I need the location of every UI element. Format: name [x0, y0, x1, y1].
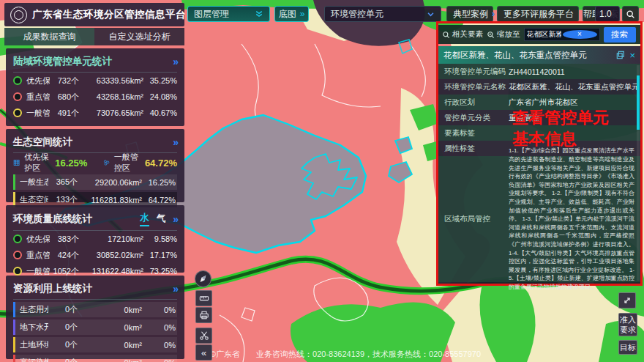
unit-detail-panel: 花都区新雅、花山、花东重点管控单元 × 环境管控单元编码ZH4401142001…: [438, 46, 640, 284]
detail-fields: 环境管控单元编码ZH44011420011 环境管控单元名称花都区新雅、花山、花…: [438, 64, 640, 282]
panel-resource-use: 资源利用上线统计 » 生态用水补给区管控分区 0个0km²0% 地下水开采重点管…: [6, 276, 184, 359]
right-arrow-icon: ›: [492, 9, 495, 19]
detail-panel-header: 花都区新雅、花山、花东重点管控单元 ×: [438, 46, 640, 64]
panel-eco-space: 生态空间统计 » 优先保护区 16.25% 一般管控区 64.72% 一般生态空…: [6, 129, 184, 202]
tab-air[interactable]: 气: [157, 213, 166, 226]
panel-title: 陆域环境管控单元统计: [13, 55, 112, 68]
table-row: 优先保护区 383个17210km²9.58%: [13, 231, 177, 247]
chevron-down-icon: [427, 10, 435, 18]
layer-manager-dropdown[interactable]: 图层管理: [187, 6, 270, 22]
general-dot-icon: [13, 267, 22, 276]
table-row: 优先保护单元 732个63339.56km²35.25%: [13, 73, 177, 89]
zoom-to-button[interactable]: 缩放至: [487, 29, 520, 40]
compass-needle-icon: [198, 273, 209, 284]
tab-water[interactable]: 水: [140, 212, 149, 226]
table-row: 高污染燃料禁燃区 0个0km²0%: [13, 355, 177, 362]
general-dot-icon: [13, 108, 22, 117]
related-elements-button[interactable]: 相关要素: [442, 29, 483, 40]
panel-title: 生态空间统计: [13, 136, 72, 149]
unit-search-bar: 相关要素 缩放至 花都区新雅、花山、花东重 × 搜索: [438, 25, 640, 44]
panel-land-control-units: 陆域环境管控单元统计 » 优先保护单元 732个63339.56km²35.25…: [6, 48, 184, 126]
table-row: 重点管控区 424个30852.02km²17.17%: [13, 247, 177, 263]
table-row: 土地环境重点管控分区 0个0km²0%: [13, 337, 177, 352]
global-search-button[interactable]: [622, 6, 639, 22]
typical-case-button[interactable]: 典型案例 ›: [446, 6, 493, 22]
platform-logo-icon: [10, 7, 27, 23]
scrollbar-thumb[interactable]: [637, 75, 640, 130]
eco-space-summary: 优先保护区 16.25% 一般管控区 64.72%: [13, 153, 177, 172]
priority-dot-icon: [13, 76, 22, 85]
measure-button[interactable]: [195, 290, 212, 306]
row-color-bar: [13, 337, 15, 352]
panel-expand-icon[interactable]: »: [173, 283, 177, 295]
unit-type-dropdown[interactable]: 环境管控单元: [324, 6, 441, 22]
tab-results-query[interactable]: 成果数据查询: [4, 28, 94, 45]
panel-env-quality: 环境质量底线统计 水 气 » 优先保护区 383个17210km²9.58% 重…: [6, 205, 184, 273]
target-button[interactable]: 目标: [618, 340, 637, 355]
clip-button[interactable]: [195, 328, 212, 344]
detail-field-row: 环境管控单元名称花都区新雅、花山、花东重点管控单元: [438, 79, 640, 95]
detail-scrollbar[interactable]: [637, 65, 640, 281]
grid-icon: [13, 158, 20, 168]
expand-diagonal-icon: [623, 296, 632, 305]
copyright-hotline: ©广东省 业务咨询热线：020-83624139，技术服务热线：020-8555…: [210, 349, 481, 360]
table-row: 一般生态空间（优先） 365个29200.06km²16.25%: [13, 174, 177, 190]
search-icon: [626, 10, 635, 19]
close-icon[interactable]: ×: [629, 50, 635, 61]
row-color-bar: [13, 302, 15, 317]
panel-expand-icon[interactable]: »: [173, 213, 177, 225]
priority-dot-icon: [13, 234, 22, 243]
panel-title: 环境质量底线统计: [13, 213, 92, 226]
basemap-button[interactable]: 底图 »: [274, 6, 309, 22]
zoom-in-icon: [487, 31, 495, 39]
annotation-note: 查看管控单元 基本信息: [512, 107, 609, 149]
annotation-rectangle: 相关要素 缩放至 花都区新雅、花山、花东重 × 搜索 花都区新雅、花山、花东重点…: [436, 21, 643, 286]
main-tabs: 成果数据查询 自定义选址分析: [4, 28, 184, 45]
double-left-icon: «: [201, 347, 206, 358]
version-dropdown[interactable]: 1.0: [595, 6, 620, 22]
detail-field-row: 环境管控单元编码ZH44011420011: [438, 64, 640, 79]
ruler-icon: [199, 293, 209, 303]
clear-input-icon[interactable]: ×: [563, 30, 597, 39]
chevron-double-down-icon: [255, 10, 263, 18]
key-dot-icon: [13, 251, 22, 259]
row-color-bar: [13, 174, 15, 190]
printer-icon: [199, 310, 209, 320]
detail-field-row-layout-control: 区域布局管控1-1.【产业/综合类】园区重点发展清洁生产水平高的先进装备制造业、…: [438, 156, 640, 282]
fullscreen-button[interactable]: [618, 292, 636, 309]
app-header: 广东省生态环境分区管控信息平台: [4, 3, 184, 26]
panel-title: 资源利用上线统计: [13, 282, 92, 295]
circles-icon: [103, 158, 110, 168]
table-row: 重点管控单元 680个43268.16km²24.08%: [13, 89, 177, 105]
collapse-button[interactable]: «: [195, 344, 212, 361]
tab-custom-siting[interactable]: 自定义选址分析: [94, 28, 184, 45]
table-row: 生态用水补给区管控分区 0个0km²0%: [13, 302, 177, 317]
access-requirements-button[interactable]: 准入要求: [618, 313, 637, 336]
unit-search-input[interactable]: 花都区新雅、花山、花东重 ×: [524, 28, 600, 41]
copy-icon[interactable]: [616, 51, 625, 59]
print-button[interactable]: [195, 307, 212, 323]
search-icon: [442, 31, 450, 39]
table-row: 地下水开采重点管控分区 0个0km²0%: [13, 319, 177, 335]
more-services-link[interactable]: 更多环评服务平台: [497, 6, 579, 22]
detail-title: 花都区新雅、花山、花东重点管控单元: [443, 50, 612, 61]
table-row: 一般管控单元 491个73076.65km²40.67%: [13, 105, 177, 121]
app-title: 广东省生态环境分区管控信息平台: [32, 8, 186, 21]
search-button[interactable]: 搜索: [604, 27, 636, 43]
key-dot-icon: [13, 92, 22, 101]
panel-expand-icon[interactable]: »: [173, 136, 177, 148]
row-color-bar: [13, 319, 15, 335]
row-color-bar: [13, 355, 15, 362]
panel-expand-icon[interactable]: »: [173, 56, 177, 67]
scissors-icon: [199, 330, 209, 341]
compass-button[interactable]: [195, 270, 211, 287]
double-right-icon: »: [300, 9, 305, 19]
